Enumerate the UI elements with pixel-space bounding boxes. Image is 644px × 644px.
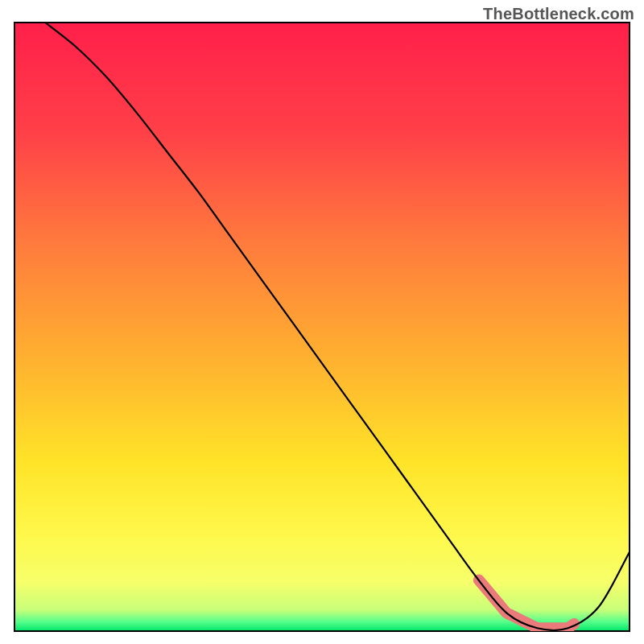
bottleneck-chart — [0, 0, 644, 644]
gradient-background — [14, 23, 630, 631]
chart-stage: TheBottleneck.com — [0, 0, 644, 644]
